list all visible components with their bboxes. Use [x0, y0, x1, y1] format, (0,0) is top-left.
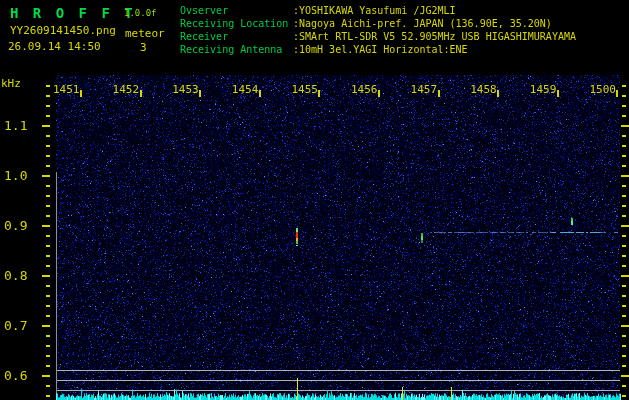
- freq-minor-tick-right: [622, 135, 626, 137]
- hrofft-window: H R O F F T 1.0.0f YY2609141450.png mete…: [0, 0, 629, 400]
- time-tick-mark: [616, 90, 618, 97]
- freq-minor-tick-right: [622, 95, 626, 97]
- time-tick-label: 1457: [411, 83, 438, 96]
- freq-minor-tick-left: [46, 115, 50, 117]
- info-value: :Nagoya Aichi-pref. JAPAN (136.90E, 35.2…: [293, 18, 552, 29]
- freq-minor-tick-left: [46, 145, 50, 147]
- time-tick-label: 1451: [53, 83, 80, 96]
- freq-major-tick-left: [42, 375, 50, 377]
- info-label: Receiver: [180, 31, 293, 42]
- freq-minor-tick-left: [46, 285, 50, 287]
- freq-major-tick-left: [42, 125, 50, 127]
- freq-minor-tick-left: [46, 355, 50, 357]
- freq-minor-tick-left: [46, 315, 50, 317]
- freq-minor-tick-left: [46, 265, 50, 267]
- freq-minor-tick-right: [622, 295, 626, 297]
- info-value: :10mH 3el.YAGI Horizontal:ENE: [293, 44, 468, 55]
- time-tick-mark: [259, 90, 261, 97]
- meteor-count: 3: [140, 41, 147, 54]
- freq-minor-tick-right: [622, 265, 626, 267]
- time-tick-mark: [140, 90, 142, 97]
- freq-major-tick-right: [621, 175, 629, 177]
- freq-tick-label: 0.9: [4, 218, 27, 233]
- freq-minor-tick-right: [622, 365, 626, 367]
- freq-axis-unit: kHz: [1, 77, 21, 90]
- freq-tick-label: 0.8: [4, 268, 27, 283]
- freq-tick-label: 0.6: [4, 368, 27, 383]
- freq-minor-tick-left: [46, 395, 50, 397]
- freq-major-tick-left: [42, 325, 50, 327]
- freq-minor-tick-left: [46, 165, 50, 167]
- freq-major-tick-right: [621, 275, 629, 277]
- freq-minor-tick-left: [46, 185, 50, 187]
- freq-major-tick-left: [42, 225, 50, 227]
- freq-major-tick-right: [621, 225, 629, 227]
- freq-minor-tick-right: [622, 285, 626, 287]
- time-tick-mark: [199, 90, 201, 97]
- freq-major-tick-left: [42, 275, 50, 277]
- freq-tick-label: 1.0: [4, 168, 27, 183]
- time-tick-mark: [497, 90, 499, 97]
- freq-minor-tick-right: [622, 395, 626, 397]
- datetime-label: 26.09.14 14:50: [8, 40, 101, 53]
- freq-minor-tick-right: [622, 255, 626, 257]
- freq-minor-tick-right: [622, 345, 626, 347]
- freq-minor-tick-left: [46, 155, 50, 157]
- spectrogram-canvas: [0, 0, 629, 400]
- time-tick-label: 1455: [291, 83, 318, 96]
- freq-minor-tick-left: [46, 385, 50, 387]
- time-tick-label: 1459: [530, 83, 557, 96]
- freq-minor-tick-left: [46, 215, 50, 217]
- freq-minor-tick-left: [46, 305, 50, 307]
- freq-minor-tick-right: [622, 195, 626, 197]
- freq-minor-tick-right: [622, 245, 626, 247]
- freq-minor-tick-right: [622, 385, 626, 387]
- freq-tick-label: 1.1: [4, 118, 27, 133]
- time-tick-mark: [557, 90, 559, 97]
- freq-major-tick-right: [621, 325, 629, 327]
- info-row-observer: Ovserver :YOSHIKAWA Yasufumi /JG2MLI: [180, 5, 456, 16]
- freq-minor-tick-left: [46, 195, 50, 197]
- freq-minor-tick-right: [622, 105, 626, 107]
- freq-minor-tick-right: [622, 85, 626, 87]
- time-tick-mark: [80, 90, 82, 97]
- freq-minor-tick-left: [46, 235, 50, 237]
- info-row-receiver: Receiver :SMArt RTL-SDR V5 52.905MHz USB…: [180, 31, 576, 42]
- info-row-antenna: Receiving Antenna :10mH 3el.YAGI Horizon…: [180, 44, 468, 55]
- time-tick-mark: [378, 90, 380, 97]
- freq-minor-tick-right: [622, 155, 626, 157]
- info-label: Ovserver: [180, 5, 293, 16]
- freq-major-tick-left: [42, 175, 50, 177]
- freq-minor-tick-left: [46, 365, 50, 367]
- info-row-location: Receiving Location :Nagoya Aichi-pref. J…: [180, 18, 552, 29]
- freq-minor-tick-left: [46, 335, 50, 337]
- freq-minor-tick-left: [46, 105, 50, 107]
- time-tick-label: 1453: [172, 83, 199, 96]
- app-version: 1.0.0f: [124, 8, 157, 18]
- info-value: :YOSHIKAWA Yasufumi /JG2MLI: [293, 5, 456, 16]
- time-tick-label: 1456: [351, 83, 378, 96]
- freq-minor-tick-left: [46, 255, 50, 257]
- freq-minor-tick-right: [622, 235, 626, 237]
- freq-tick-label: 0.7: [4, 318, 27, 333]
- time-tick-label: 1452: [113, 83, 140, 96]
- output-filename: YY2609141450.png: [10, 24, 116, 37]
- freq-minor-tick-right: [622, 315, 626, 317]
- time-tick-mark: [318, 90, 320, 97]
- freq-major-tick-right: [621, 125, 629, 127]
- time-tick-mark: [438, 90, 440, 97]
- freq-minor-tick-left: [46, 295, 50, 297]
- app-title: H R O F F T: [10, 5, 136, 21]
- freq-minor-tick-left: [46, 85, 50, 87]
- freq-minor-tick-right: [622, 355, 626, 357]
- info-label: Receiving Location: [180, 18, 293, 29]
- freq-minor-tick-right: [622, 145, 626, 147]
- freq-minor-tick-left: [46, 345, 50, 347]
- freq-major-tick-right: [621, 375, 629, 377]
- freq-minor-tick-right: [622, 115, 626, 117]
- info-label: Receiving Antenna: [180, 44, 293, 55]
- freq-minor-tick-right: [622, 205, 626, 207]
- freq-minor-tick-left: [46, 205, 50, 207]
- freq-minor-tick-right: [622, 305, 626, 307]
- mode-label: meteor: [125, 27, 165, 40]
